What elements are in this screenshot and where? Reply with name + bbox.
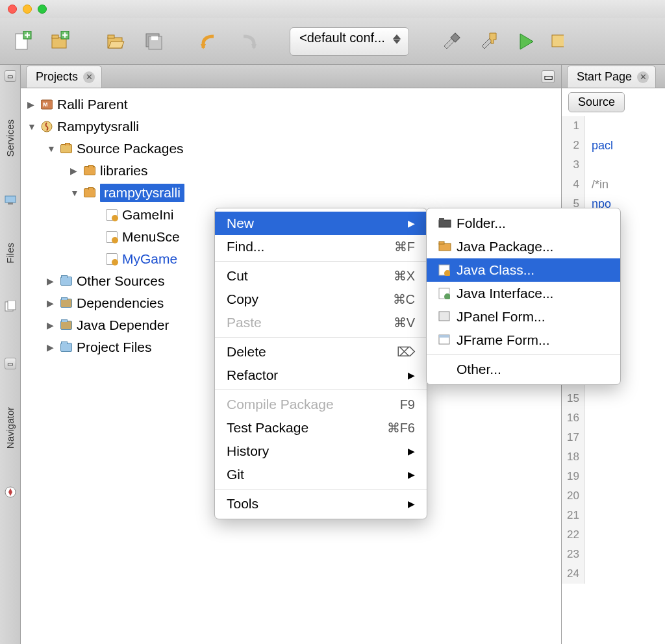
svg-text:M: M: [43, 101, 48, 108]
zoom-window-button[interactable]: [38, 5, 47, 14]
submenu-item-jpanel-form-[interactable]: JPanel Form...: [427, 305, 620, 328]
submenu-item-java-package-[interactable]: Java Package...: [427, 235, 620, 258]
clean-build-button[interactable]: [475, 28, 503, 55]
close-tab-icon[interactable]: ✕: [637, 71, 649, 83]
projects-tab[interactable]: Projects ✕: [26, 66, 102, 88]
svg-rect-17: [8, 203, 13, 204]
java-file-icon: [105, 230, 118, 243]
files-icon: [4, 301, 17, 312]
submenu-item-folder-[interactable]: Folder...: [427, 212, 620, 235]
folder-icon: [60, 275, 73, 288]
svg-rect-5: [52, 35, 58, 38]
menu-item-copy[interactable]: Copy⌘C: [215, 288, 427, 311]
projects-panel-tabs: Projects ✕ ▭: [21, 65, 561, 88]
svg-rect-26: [439, 243, 451, 251]
projects-tab-label: Projects: [36, 70, 78, 84]
disclosure-icon[interactable]: ▶: [47, 320, 56, 330]
java-project-icon: [40, 120, 53, 133]
editor-toolbar: Source: [562, 88, 665, 116]
svg-rect-24: [439, 220, 451, 227]
disclosure-icon[interactable]: ▶: [27, 99, 36, 110]
new-file-button[interactable]: [9, 28, 36, 55]
window-title-bar: [0, 0, 665, 18]
dependencies-icon: [60, 297, 73, 310]
left-rail: ▭ Services Files ▭ Navigator: [0, 65, 21, 644]
main-toolbar: <default conf...: [0, 18, 665, 65]
menu-item-new[interactable]: New▶: [215, 212, 427, 235]
restore-panel-icon[interactable]: ▭: [542, 70, 555, 83]
selected-tree-label: rampytysralli: [100, 184, 184, 202]
build-button[interactable]: [438, 28, 465, 55]
context-submenu-new[interactable]: Folder...Java Package...Java Class...Jav…: [426, 208, 621, 385]
submenu-item-other-[interactable]: Other...: [427, 358, 620, 381]
tree-node-source-packages[interactable]: ▼ Source Packages: [23, 138, 558, 160]
java-file-icon: [105, 253, 118, 266]
close-window-button[interactable]: [8, 5, 17, 14]
tree-node-ralli-parent[interactable]: ▶ M Ralli Parent: [23, 93, 558, 116]
tree-node-rampytysralli[interactable]: ▼ Rampytysralli: [23, 116, 558, 138]
frame-icon: [438, 334, 451, 346]
svg-rect-27: [439, 242, 444, 244]
save-all-button[interactable]: [140, 28, 168, 55]
rail-tab-files[interactable]: Files: [3, 238, 17, 269]
menu-item-cut[interactable]: Cut⌘X: [215, 264, 427, 288]
editor-tabs: Start Page ✕: [562, 65, 665, 88]
package-folder-icon: [60, 142, 73, 155]
undo-button[interactable]: [196, 28, 223, 55]
debug-button[interactable]: [551, 28, 564, 55]
new-project-button[interactable]: [47, 28, 74, 55]
services-icon: [4, 195, 17, 205]
svg-rect-34: [439, 335, 449, 338]
run-button[interactable]: [513, 28, 540, 55]
redo-button[interactable]: [234, 28, 261, 55]
disclosure-icon[interactable]: ▶: [47, 276, 56, 286]
disclosure-icon[interactable]: ▶: [47, 342, 56, 353]
disclosure-icon[interactable]: ▼: [47, 143, 56, 154]
open-project-button[interactable]: [103, 28, 130, 55]
disclosure-icon[interactable]: ▼: [70, 188, 79, 198]
svg-rect-32: [439, 312, 449, 321]
svg-rect-19: [8, 301, 16, 310]
disclosure-icon[interactable]: ▶: [70, 166, 79, 176]
svg-rect-15: [552, 35, 564, 47]
tree-node-libraries[interactable]: ▶ libraries: [23, 160, 558, 182]
disclosure-icon[interactable]: ▶: [47, 298, 56, 308]
menu-item-find-[interactable]: Find...⌘F: [215, 235, 427, 258]
svg-rect-16: [5, 196, 16, 203]
folder-icon: [438, 217, 451, 229]
navigator-icon: [5, 486, 16, 498]
menu-item-compile-package: Compile PackageF9: [215, 393, 427, 416]
menu-item-paste: Paste⌘V: [215, 311, 427, 334]
menu-item-refactor[interactable]: Refactor▶: [215, 364, 427, 387]
rail-restore-icon[interactable]: ▭: [5, 70, 16, 82]
submenu-item-jframe-form-[interactable]: JFrame Form...: [427, 328, 620, 352]
disclosure-icon[interactable]: ▼: [27, 121, 36, 132]
package-icon: [83, 186, 96, 199]
menu-item-history[interactable]: History▶: [215, 440, 427, 463]
maven-icon: M: [40, 98, 53, 111]
menu-item-tools[interactable]: Tools▶: [215, 492, 427, 515]
form-icon: [438, 311, 451, 323]
source-view-button[interactable]: Source: [568, 92, 625, 112]
dependencies-icon: [60, 319, 73, 332]
config-select[interactable]: <default conf...: [290, 27, 409, 56]
package-icon: [83, 164, 96, 177]
package-icon: [438, 241, 451, 253]
interface-icon: [438, 288, 451, 299]
start-page-tab[interactable]: Start Page ✕: [567, 66, 656, 88]
menu-item-test-package[interactable]: Test Package⌘F6: [215, 416, 427, 440]
tree-node-rampytysralli-pkg[interactable]: ▼ rampytysralli: [23, 182, 558, 204]
folder-icon: [60, 341, 73, 354]
menu-item-delete[interactable]: Delete⌦: [215, 340, 427, 364]
menu-item-git[interactable]: Git▶: [215, 463, 427, 486]
rail-tab-navigator[interactable]: Navigator: [3, 402, 17, 454]
minimize-window-button[interactable]: [23, 5, 32, 14]
rail-tab-services[interactable]: Services: [3, 114, 17, 162]
java-icon: [438, 264, 451, 276]
submenu-item-java-class-[interactable]: Java Class...: [427, 258, 620, 282]
rail-restore-icon-2[interactable]: ▭: [5, 358, 16, 369]
submenu-item-java-interface-[interactable]: Java Interface...: [427, 282, 620, 305]
close-tab-icon[interactable]: ✕: [83, 71, 95, 83]
svg-rect-10: [108, 35, 114, 38]
context-menu[interactable]: New▶Find...⌘FCut⌘XCopy⌘CPaste⌘VDelete⌦Re…: [214, 208, 427, 519]
